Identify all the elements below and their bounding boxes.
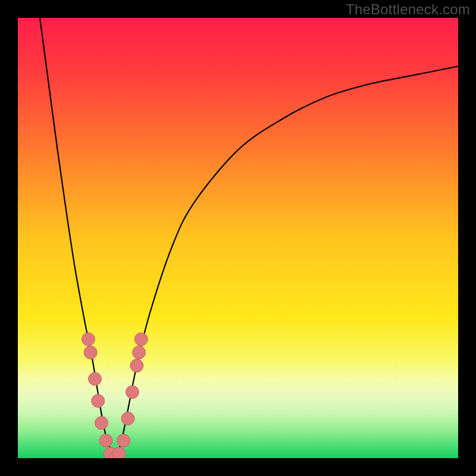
data-dot — [133, 346, 146, 359]
data-dot — [92, 394, 105, 408]
plot-area — [18, 18, 458, 458]
data-dot — [95, 416, 108, 430]
data-dot — [82, 333, 95, 346]
data-dot — [99, 434, 112, 447]
data-dot — [126, 386, 139, 399]
data-dot — [117, 434, 130, 447]
data-dot — [121, 412, 134, 425]
data-dot — [89, 372, 102, 386]
data-dot — [134, 333, 148, 346]
watermark-text: TheBottleneck.com — [346, 1, 470, 18]
bottleneck-curve — [40, 18, 458, 458]
chart-frame: TheBottleneck.com — [0, 0, 476, 476]
data-dot — [130, 359, 143, 372]
data-dot — [84, 346, 97, 359]
data-dot — [112, 447, 126, 458]
chart-svg — [18, 18, 458, 458]
data-dots — [82, 333, 148, 458]
